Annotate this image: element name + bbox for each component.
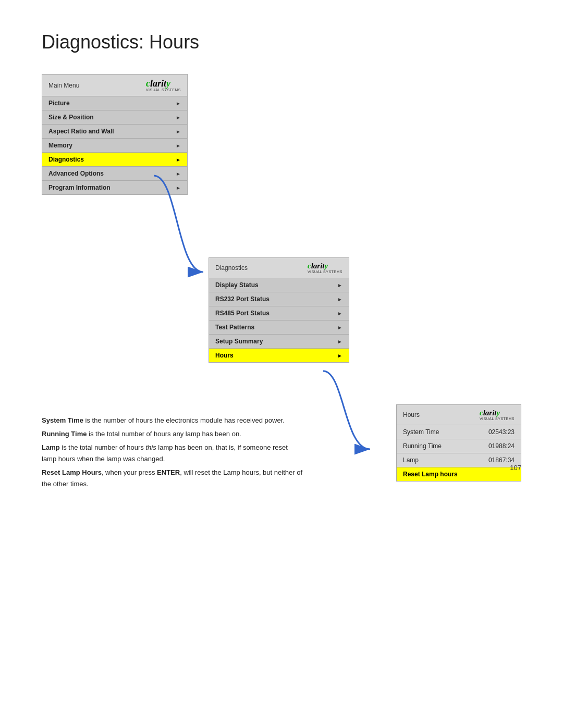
main-menu-item-aspect[interactable]: Aspect Ratio and Wall ► xyxy=(42,125,187,139)
desc-lamp: Lamp is the total number of hours this l… xyxy=(42,442,302,465)
desc-reset-lamp: Reset Lamp Hours, when your press ENTER,… xyxy=(42,467,302,490)
arrow-icon: ► xyxy=(176,101,181,106)
diagnostics-menu-title: Diagnostics xyxy=(215,264,248,272)
main-menu-header: Main Menu clarity VISUAL SYSTEMS xyxy=(42,75,187,96)
hours-menu-panel: Hours clarity VISUAL SYSTEMS System Time… xyxy=(396,404,521,482)
diag-menu-item-hours[interactable]: Hours ► xyxy=(209,349,349,362)
diag-menu-item-test[interactable]: Test Patterns ► xyxy=(209,320,349,335)
hours-menu-header: Hours clarity VISUAL SYSTEMS xyxy=(397,405,521,425)
main-menu-item-picture[interactable]: Picture ► xyxy=(42,96,187,110)
diag-menu-item-display[interactable]: Display Status ► xyxy=(209,278,349,292)
arrow-icon: ► xyxy=(337,325,342,330)
diag-menu-item-setup[interactable]: Setup Summary ► xyxy=(209,335,349,349)
page-number: 107 xyxy=(510,464,521,472)
arrow-icon: ► xyxy=(176,157,181,163)
clarity-logo-main: clarity VISUAL SYSTEMS xyxy=(146,79,181,92)
description-area: System Time is the number of hours the e… xyxy=(42,415,302,492)
diagnostics-menu-panel: Diagnostics clarity VISUAL SYSTEMS Displ… xyxy=(209,257,349,363)
main-menu-item-memory[interactable]: Memory ► xyxy=(42,139,187,153)
diag-menu-item-rs485[interactable]: RS485 Port Status ► xyxy=(209,306,349,320)
arrow-icon: ► xyxy=(176,129,181,134)
arrow-icon: ► xyxy=(176,171,181,177)
main-menu-item-advanced[interactable]: Advanced Options ► xyxy=(42,167,187,181)
hours-item-running-time[interactable]: Running Time 01988:24 xyxy=(397,439,521,453)
main-menu-panel: Main Menu clarity VISUAL SYSTEMS Picture… xyxy=(42,74,188,195)
arrow-icon: ► xyxy=(337,282,342,288)
main-menu-item-diagnostics[interactable]: Diagnostics ► xyxy=(42,153,187,167)
hours-item-lamp[interactable]: Lamp 01867:34 xyxy=(397,453,521,467)
desc-system-time: System Time is the number of hours the e… xyxy=(42,415,302,426)
hours-menu-title: Hours xyxy=(403,411,420,418)
arrow-icon: ► xyxy=(176,143,181,149)
hours-item-reset-lamp[interactable]: Reset Lamp hours xyxy=(397,467,521,481)
main-menu-title: Main Menu xyxy=(48,82,79,89)
arrow-icon: ► xyxy=(176,115,181,120)
diagnostics-menu-header: Diagnostics clarity VISUAL SYSTEMS xyxy=(209,258,349,278)
hours-item-system-time[interactable]: System Time 02543:23 xyxy=(397,425,521,439)
arrow-icon: ► xyxy=(176,185,181,191)
main-menu-item-size[interactable]: Size & Position ► xyxy=(42,110,187,125)
arrow-icon: ► xyxy=(337,353,342,359)
page-title: Diagnostics: Hours xyxy=(0,0,563,74)
diag-menu-item-rs232[interactable]: RS232 Port Status ► xyxy=(209,292,349,306)
main-menu-item-program[interactable]: Program Information ► xyxy=(42,181,187,194)
arrow-icon: ► xyxy=(337,339,342,344)
clarity-logo-hours: clarity VISUAL SYSTEMS xyxy=(480,409,515,421)
clarity-logo-diag: clarity VISUAL SYSTEMS xyxy=(308,262,342,274)
arrow-icon: ► xyxy=(337,311,342,316)
arrow-icon: ► xyxy=(337,297,342,302)
desc-running-time: Running Time is the total number of hour… xyxy=(42,428,302,440)
